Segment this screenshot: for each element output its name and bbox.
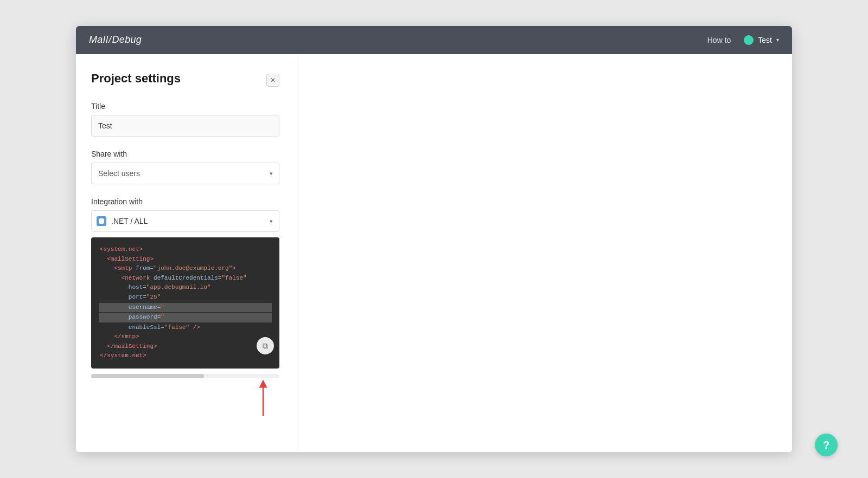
copy-code-button[interactable]: ⧉ [257, 337, 274, 354]
panel-header: Project settings ✕ [91, 72, 279, 87]
how-to-link[interactable]: How to [707, 36, 731, 44]
user-label: Test [758, 36, 772, 44]
main-content: Project settings ✕ Title Share with Sele… [76, 54, 792, 452]
app-logo: MaIl/Debug [89, 34, 142, 46]
user-avatar-dot [744, 35, 754, 45]
project-settings-panel: Project settings ✕ Title Share with Sele… [76, 54, 297, 452]
user-dropdown-arrow: ▾ [776, 37, 779, 43]
panel-title: Project settings [91, 72, 181, 86]
integration-select[interactable]: .NET / ALL [91, 210, 279, 232]
share-with-label: Share with [91, 150, 279, 158]
share-with-field: Share with Select users ▾ [91, 150, 279, 184]
help-icon: ? [823, 439, 829, 451]
close-icon: ✕ [270, 76, 276, 84]
close-button[interactable]: ✕ [266, 74, 279, 87]
share-with-select-wrapper: Select users ▾ [91, 163, 279, 184]
copy-icon: ⧉ [263, 341, 268, 351]
code-block: <system.net> <mailSetting> <smtp from="j… [91, 237, 279, 369]
title-field: Title [91, 102, 279, 137]
integration-field: Integration with .NET / ALL ▾ <system.ne… [91, 197, 279, 422]
share-with-select[interactable]: Select users [91, 163, 279, 184]
code-scrollbar-thumb [91, 374, 204, 378]
integration-select-wrapper: .NET / ALL ▾ [91, 210, 279, 232]
code-scrollbar[interactable] [91, 374, 279, 378]
browser-window: MaIl/Debug How to Test ▾ Project setting… [76, 26, 792, 452]
help-button[interactable]: ? [815, 434, 838, 456]
arrow-svg [247, 378, 274, 422]
title-label: Title [91, 102, 279, 111]
arrow-annotation [91, 378, 279, 422]
title-input[interactable] [91, 115, 279, 137]
right-content-area [297, 54, 792, 452]
integration-label: Integration with [91, 197, 279, 206]
navbar: MaIl/Debug How to Test ▾ [76, 26, 792, 54]
navbar-right: How to Test ▾ [707, 35, 779, 45]
user-menu[interactable]: Test ▾ [744, 35, 779, 45]
